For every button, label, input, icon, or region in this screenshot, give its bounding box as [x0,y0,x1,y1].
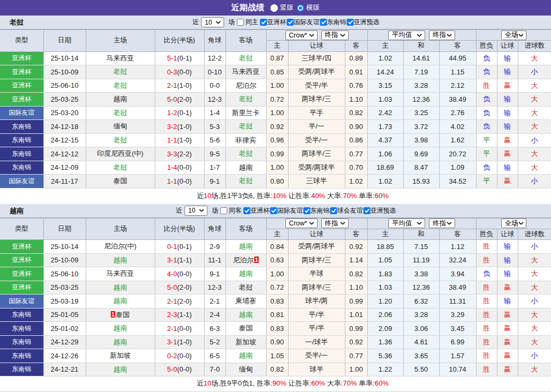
competition-label: 亚洲杯 [267,18,286,27]
competition-checkbox-item[interactable]: 东南锦 [304,206,330,215]
odds-away-cell: 0.86 [345,133,367,147]
handicap-result-cell: 输 [497,65,518,79]
team-name: 越南 [239,163,253,171]
competition-checkbox-item[interactable]: 国际友谊 [270,206,303,215]
match-type-cell: 国际友谊 [0,106,43,120]
competition-checkbox-item[interactable]: 国际友谊 [287,18,320,27]
match-row: 亚洲杯25-10-09越南3-1(1-1)11-1尼泊尔10.63两球半/三1.… [0,253,551,267]
checkbox-checked-icon[interactable] [320,19,327,26]
col-corner: 角球 [204,30,225,52]
checkbox-checked-icon[interactable] [347,19,354,26]
odds-away-cell: 1.00 [345,363,367,376]
away-team-cell: 越南 [225,349,266,363]
avg-draw-cell: 3.65 [403,349,439,363]
checkbox-unchecked-icon[interactable] [237,19,244,26]
check-icon [321,20,326,25]
match-type-cell: 东南锦 [0,147,43,161]
games-count-select[interactable]: 10 [201,17,224,27]
near-label: 近 [193,18,199,27]
score-cell: 5-0(2-0) [155,281,204,295]
away-team-cell: 尼泊尔1 [225,253,266,267]
checkbox-checked-icon[interactable] [287,19,294,26]
checkbox-checked-icon[interactable] [244,207,251,214]
avg-select-value: 平均值 [392,31,412,40]
team-name: 越南 [239,311,253,319]
winloss-result-cell: 胜 [476,281,497,295]
match-row: 东南锦24-12-21越南5-0(0-0)7-0缅甸0.82球半1.001.22… [0,363,551,376]
chevron-down-icon [518,34,524,37]
competition-checkbox-item[interactable]: 球会友谊 [330,206,363,215]
avg-home-cell: 1.20 [367,295,403,308]
check-icon [288,20,293,25]
avg-away-cell: 20.72 [439,147,476,161]
scope-select[interactable]: 全场 [501,31,526,40]
odds-stage-select[interactable]: 终指 [321,218,349,228]
away-team-cell: 越南 [225,240,266,254]
match-date-cell: 24-12-15 [43,133,86,147]
col-home: 主场 [86,218,155,240]
checkbox-checked-icon[interactable] [260,19,267,26]
match-type-cell: 亚洲杯 [0,253,43,267]
radio-checked-icon[interactable] [297,4,304,12]
avg-select[interactable]: 平均值 [388,218,425,228]
sub-col-goals: 进球数 [518,229,551,240]
same-venue-checkbox-item[interactable]: 同客 [221,206,242,215]
avg-stage-select[interactable]: 终指 [429,218,455,228]
match-row: 亚洲杯25-10-14马来西亚5-1(0-1)12-2老挝0.87三球半/四0.… [0,51,551,65]
team-name: 越南 [114,338,127,346]
odds-stage-select[interactable]: 终指 [321,31,349,40]
competition-checkbox-item[interactable]: 亚洲预选 [347,18,380,27]
handicap-result-cell: 输 [497,267,518,281]
avg-home-cell: 1.05 [367,253,403,267]
match-type-cell: 东南锦 [0,120,43,134]
match-row: 东南锦24-12-09老挝1-4(0-0)1-7越南1.00受两/两球半0.70… [0,161,551,175]
competition-checkbox-item[interactable]: 亚洲预选 [364,206,396,215]
summary-stat-value: 70% [343,192,357,200]
bookmaker-select[interactable]: Crow* [285,31,318,40]
team-name: 老挝 [114,163,127,171]
avg-draw-cell: 3.28 [403,308,439,322]
home-team-cell: 老挝 [86,65,155,79]
fulltime-score: 2-1 [167,81,177,89]
score-cell: 3-1(1-0) [155,335,204,349]
avg-select[interactable]: 平均值 [388,31,425,40]
corner-cell: 0-0 [204,79,225,93]
same-venue-checkbox-item[interactable]: 同主 [237,18,259,27]
layout-radio-horizontal[interactable]: 横版 [297,3,320,12]
avg-draw-cell: 3.25 [403,106,439,120]
scope-select[interactable]: 全场 [501,218,526,228]
checkbox-checked-icon[interactable] [364,207,371,214]
avg-stage-select[interactable]: 终指 [429,31,455,40]
col-away: 客场 [225,30,266,52]
checkbox-checked-icon[interactable] [330,207,337,214]
fulltime-score: 5-0 [167,283,177,291]
odds-home-cell: 0.82 [266,363,288,376]
handicap-cell: 受两/两球半 [288,240,345,254]
avg-draw-cell: 7.15 [403,240,439,254]
odds-home-cell: 0.83 [266,322,288,336]
corner-cell: 7-0 [204,363,225,376]
summary-text: 单率: [357,379,374,387]
sub-col-odds-home: 主 [266,229,288,240]
competition-checkbox-item[interactable]: 亚洲杯 [260,18,286,27]
checkbox-checked-icon[interactable] [304,207,311,214]
home-team-cell: 马来西亚 [86,51,155,65]
halftime-score: (1-0) [177,123,192,131]
radio-unchecked-icon[interactable] [270,4,278,12]
bookmaker-select[interactable]: Crow* [285,218,318,228]
sub-col-handicap-result: 让球 [497,229,518,240]
checkbox-unchecked-icon[interactable] [221,207,228,214]
competition-checkbox-item[interactable]: 亚洲杯 [244,206,270,215]
table-body: 亚洲杯25-10-14尼泊尔(中)0-1(0-1)2-9越南0.84受两/两球半… [0,240,551,376]
score-cell: 0-2(0-0) [155,349,204,363]
competition-checkbox-item[interactable]: 东南锦 [320,18,346,27]
home-team-cell: 缅甸 [86,120,155,134]
layout-radio-vertical[interactable]: 竖版 [270,3,293,12]
home-team-cell: 1泰国 [86,308,155,322]
odds-away-cell: 0.89 [345,51,367,65]
sub-col-avg-away: 客 [439,229,476,240]
fulltime-score: 1-2 [167,109,177,117]
checkbox-checked-icon[interactable] [270,207,277,214]
bookmaker-select-value: Crow* [289,32,307,39]
games-count-select[interactable]: 10 [185,206,208,216]
